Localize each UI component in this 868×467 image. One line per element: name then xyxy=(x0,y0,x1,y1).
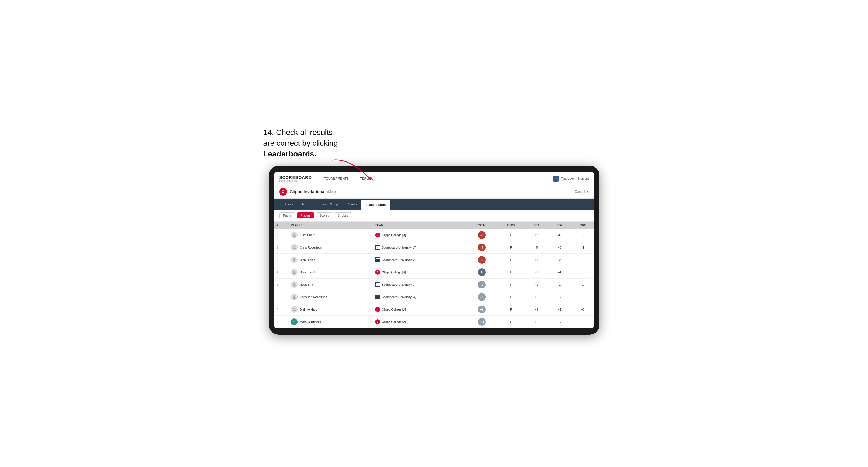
player-name: Marcus Turners xyxy=(300,320,321,323)
team-name: Clippd College [A] xyxy=(382,271,406,274)
rank-cell: 7 xyxy=(274,303,288,315)
svg-point-4 xyxy=(293,271,295,272)
rd3-cell: -4 xyxy=(571,241,594,253)
logo-subtitle: Powered by clippd xyxy=(279,180,312,182)
filter-strokes[interactable]: Strokes xyxy=(334,212,351,218)
player-avatar xyxy=(291,232,298,238)
col-team: TEAM xyxy=(372,221,466,229)
rd2-cell: +1 xyxy=(548,303,571,315)
rd1-cell: -5 xyxy=(525,241,548,253)
cancel-button[interactable]: Cancel ✕ xyxy=(575,190,589,194)
team-cell: Scoreboard University [A] xyxy=(372,253,466,266)
filter-players[interactable]: Players xyxy=(297,212,314,218)
tournament-meta: (Men) xyxy=(327,190,336,194)
rd2-cell: +5 xyxy=(548,241,571,253)
rd1-cell: +1 xyxy=(525,278,548,291)
score-badge: -8 xyxy=(478,231,486,239)
player-cell: David Ford xyxy=(288,266,372,278)
player-name: David Ford xyxy=(300,271,315,274)
nav-tournaments[interactable]: TOURNAMENTS xyxy=(322,176,351,181)
total-cell: +11 xyxy=(467,315,497,328)
tournament-header: C Clippd Invitational (Men) Cancel ✕ xyxy=(274,185,594,199)
team-name: Scoreboard University [A] xyxy=(382,295,416,299)
tab-results[interactable]: Results xyxy=(342,199,362,209)
player-avatar xyxy=(291,281,298,288)
player-avatar xyxy=(291,269,298,276)
table-row: 5 Rees Britt Scoreboard University [A]+1… xyxy=(274,278,594,291)
team-cell: Scoreboard University [A] xyxy=(372,278,466,291)
team-name: Scoreboard University [A] xyxy=(382,246,416,249)
tab-course-setup[interactable]: Course Setup xyxy=(315,199,342,209)
score-badge: -2 xyxy=(478,256,486,264)
col-thru: THRU xyxy=(497,221,525,229)
rank-cell: 8 xyxy=(274,315,288,328)
team-cell: Scoreboard University [A] xyxy=(372,291,466,303)
thru-cell: F xyxy=(497,229,525,241)
rd3-cell: -1 xyxy=(571,253,594,266)
rank-cell: 5 xyxy=(274,278,288,291)
table-row: 3 Rich Butler Scoreboard University [A]-… xyxy=(274,253,594,266)
team-logo-scoreboard xyxy=(375,245,380,250)
col-rd3: RD3 xyxy=(571,221,594,229)
player-cell: Blair McHarg xyxy=(288,303,372,315)
rd3-cell: -1 xyxy=(571,291,594,303)
team-name: Clippd College [A] xyxy=(382,234,406,237)
rd1-cell: +1 xyxy=(525,266,548,278)
team-name: Clippd College [A] xyxy=(382,308,406,311)
sign-out-link[interactable]: Sign out xyxy=(578,177,589,180)
score-badge: +9 xyxy=(478,306,486,313)
table-row: 4 David Ford CClippd College [A]EF+1-4+3 xyxy=(274,266,594,278)
tournament-name: Clippd Invitational xyxy=(290,189,326,194)
filter-teams[interactable]: Teams xyxy=(279,212,295,218)
table-row: 8 MT Marcus Turners CClippd College [A]+… xyxy=(274,315,594,328)
rd1-cell: +2 xyxy=(525,315,548,328)
table-row: 1 Elliot Ebert CClippd College [A]-8F+3-… xyxy=(274,229,594,241)
tab-details[interactable]: Details xyxy=(279,199,298,209)
player-cell: Rich Butler xyxy=(288,253,372,266)
svg-point-3 xyxy=(293,258,295,260)
thru-cell: F xyxy=(497,253,525,266)
rank-cell: 4 xyxy=(274,266,288,278)
thru-cell: F xyxy=(497,303,525,315)
player-name: Cameron Robertson xyxy=(300,295,327,299)
score-badge: E xyxy=(478,268,486,276)
leaderboard-table: # PLAYER TEAM TOTAL THRU RD1 RD2 RD3 1 E… xyxy=(274,221,594,328)
col-total: TOTAL xyxy=(467,221,497,229)
tab-teams[interactable]: Teams xyxy=(297,199,315,209)
rd3-cell: +2 xyxy=(571,315,594,328)
score-badge: +1 xyxy=(478,281,486,288)
player-avatar xyxy=(291,256,298,263)
rd3-cell: +3 xyxy=(571,266,594,278)
player-avatar xyxy=(291,244,298,251)
player-cell: Cameron Robertson xyxy=(288,291,372,303)
svg-point-7 xyxy=(293,308,295,309)
rd2-cell: -4 xyxy=(548,266,571,278)
team-logo-scoreboard xyxy=(375,294,380,300)
nav-teams[interactable]: TEAMS xyxy=(358,176,374,181)
player-name: Blair McHarg xyxy=(300,308,317,311)
rank-cell: 2 xyxy=(274,241,288,253)
team-logo-clippd: C xyxy=(375,232,380,238)
total-cell: +6 xyxy=(467,291,497,303)
score-badge: +6 xyxy=(478,293,486,301)
player-cell: Chris Robertson xyxy=(288,241,372,253)
total-cell: -2 xyxy=(467,253,497,266)
table-row: 2 Chris Robertson Scoreboard University … xyxy=(274,241,594,253)
player-avatar xyxy=(291,306,298,313)
player-name: Elliot Ebert xyxy=(300,234,314,237)
team-cell: CClippd College [A] xyxy=(372,315,466,328)
tab-leaderboards[interactable]: Leaderboards xyxy=(361,200,390,210)
rank-cell: 6 xyxy=(274,291,288,303)
team-logo-scoreboard xyxy=(375,282,380,287)
rd2-cell: -6 xyxy=(548,229,571,241)
total-cell: +1 xyxy=(467,278,497,291)
thru-cell: F xyxy=(497,291,525,303)
logo-area: SCOREBOARD Powered by clippd xyxy=(279,175,312,182)
filter-scores[interactable]: Scores xyxy=(316,212,333,218)
team-name: Clippd College [A] xyxy=(382,320,406,323)
player-cell: Elliot Ebert xyxy=(288,229,372,241)
player-avatar: MT xyxy=(291,318,298,325)
team-cell: CClippd College [A] xyxy=(372,229,466,241)
table-row: 7 Blair McHarg CClippd College [A]+9F+2+… xyxy=(274,303,594,315)
team-cell: CClippd College [A] xyxy=(372,303,466,315)
